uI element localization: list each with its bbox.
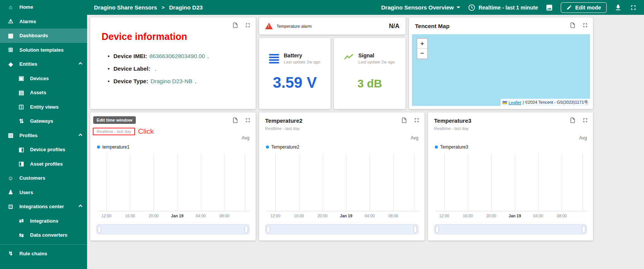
expand-widget-icon[interactable]: [413, 117, 420, 123]
x-tick: 08:00: [388, 214, 398, 218]
sidebar-item-device-profiles[interactable]: ◧ Device profiles: [0, 142, 87, 157]
chart-legend[interactable]: Temperature2: [266, 144, 299, 150]
alarms-icon: ⚠: [7, 18, 14, 25]
range-handle-left[interactable]: [267, 226, 270, 233]
chart-timewindow-label[interactable]: Realtime - last day: [97, 129, 131, 134]
dashboard-state-selector[interactable]: Dragino Sensors Overview: [381, 4, 460, 11]
breadcrumb-parent[interactable]: Dragino Share Sensors: [94, 4, 157, 11]
expand-widget-icon[interactable]: [582, 22, 588, 28]
sidebar-item-home[interactable]: ⌂ Home: [0, 0, 87, 14]
chart-timewindow-label[interactable]: Realtime - last day: [265, 126, 300, 131]
chart-timewindow-label[interactable]: Realtime - last day: [434, 126, 469, 131]
sidebar-item-label: Device profiles: [30, 147, 65, 152]
device-information-title: Device information: [102, 31, 256, 42]
sidebar-item-integrations[interactable]: ⇄ Integrations: [0, 214, 87, 228]
sidebar-item-label: Entity views: [30, 104, 59, 110]
entities-icon: ◆: [7, 61, 14, 68]
chevron-up-icon: [79, 133, 83, 137]
dashboard-state-label: Dragino Sensors Overview: [381, 4, 454, 11]
chart-plot[interactable]: [436, 153, 588, 211]
legend-label: Temperature2: [271, 144, 299, 150]
time-range-slider[interactable]: [434, 224, 587, 234]
device-type-label: Device Type:: [113, 78, 148, 84]
zoom-in-button[interactable]: +: [417, 39, 427, 49]
chart-plot[interactable]: [98, 153, 250, 211]
gridline: [154, 153, 154, 211]
export-widget-icon[interactable]: [569, 117, 576, 123]
export-widget-icon[interactable]: [569, 22, 576, 28]
device-information-list: • Device IMEI: 863663062803490.00 . • De…: [108, 53, 256, 84]
sidebar-item-assets[interactable]: ▤ Assets: [0, 85, 87, 100]
aggregation-label: Avg: [242, 135, 250, 141]
fullscreen-icon[interactable]: [630, 4, 637, 11]
x-tick: 04:00: [196, 214, 206, 218]
device-imei-label: Device IMEI:: [113, 53, 147, 59]
row-suffix: .: [195, 78, 196, 84]
sidebar-item-dashboards[interactable]: ▦ Dashboards: [0, 28, 87, 43]
home-icon: ⌂: [7, 4, 14, 10]
range-handle-right[interactable]: [582, 226, 585, 233]
range-handle-right[interactable]: [413, 226, 417, 233]
x-axis-ticks: 12:00 16:00 20:00 Jan 19 04:00 08:00: [98, 214, 250, 220]
export-widget-icon[interactable]: [401, 117, 407, 123]
sidebar-item-data-converters[interactable]: ⇆ Data converters: [0, 228, 87, 242]
gridline: [393, 153, 394, 211]
data-converters-icon: ⇆: [17, 232, 25, 239]
sidebar-item-gateways[interactable]: ⇅ Gateways: [0, 114, 87, 128]
sidebar-item-alarms[interactable]: ⚠ Alarms: [0, 14, 87, 29]
sidebar-item-label: Integrations: [30, 218, 58, 224]
sidebar-item-label: Assets: [30, 90, 46, 95]
aggregation-label: Avg: [411, 135, 418, 141]
sidebar-item-customers[interactable]: ☺ Customers: [0, 171, 87, 185]
legend-dot-icon: [266, 146, 269, 149]
edit-mode-button[interactable]: Edit mode: [561, 2, 607, 13]
breadcrumb: Dragino Share Sensors > Dragino D23: [94, 4, 203, 11]
export-widget-icon[interactable]: [232, 22, 239, 28]
gridline: [299, 153, 299, 211]
sidebar-item-rule-chains[interactable]: ↯ Rule chains: [0, 247, 87, 261]
bullet-icon: •: [108, 53, 110, 59]
leaflet-link[interactable]: Leaflet: [509, 100, 521, 105]
sidebar-item-devices[interactable]: ▣ Devices: [0, 71, 87, 86]
signal-value: 3 dB: [334, 77, 405, 90]
x-tick: 20:00: [486, 214, 496, 218]
sidebar-item-solution-templates[interactable]: ⊞ Solution templates: [0, 43, 87, 57]
temperature-alarm-widget[interactable]: Temperature alarm N/A: [259, 17, 405, 35]
sidebar-item-label: Dashboards: [19, 33, 48, 38]
gridline: [346, 153, 347, 211]
timewindow-button[interactable]: Realtime - last 1 minute: [468, 4, 538, 11]
chart-legend[interactable]: temperature1: [97, 144, 129, 150]
expand-widget-icon[interactable]: [582, 117, 588, 123]
chevron-up-icon: [79, 205, 83, 209]
clock-icon: [468, 4, 475, 11]
range-handle-left[interactable]: [436, 226, 439, 233]
time-range-slider[interactable]: [96, 224, 250, 234]
sidebar-item-entities[interactable]: ◆ Entities: [0, 57, 87, 71]
export-widget-icon[interactable]: [232, 117, 239, 123]
gridline: [562, 153, 562, 211]
timewindow-label: Realtime - last 1 minute: [479, 5, 538, 11]
x-axis-ticks: 12:00 16:00 20:00 Jan 19 04:00 08:00: [436, 214, 588, 220]
expand-widget-icon[interactable]: [245, 117, 251, 123]
chart-legend[interactable]: Temperature3: [435, 144, 468, 150]
device-imei-value: 863663062803490.00: [149, 53, 205, 59]
download-icon[interactable]: [614, 4, 622, 11]
time-range-slider[interactable]: [265, 224, 418, 234]
sidebar-item-integrations-center[interactable]: ⊡ Integrations center: [0, 199, 87, 214]
map-canvas[interactable]: + − Leaflet | ©2024 Tencent - GS(2023)11…: [412, 34, 590, 106]
range-handle-left[interactable]: [98, 226, 101, 233]
sidebar-item-asset-profiles[interactable]: ◨ Asset profiles: [0, 157, 87, 171]
range-handle-right[interactable]: [245, 226, 248, 233]
chart-plot[interactable]: [267, 153, 419, 211]
device-imei-row: • Device IMEI: 863663062803490.00 .: [108, 53, 256, 59]
sidebar-item-users[interactable]: ♟ Users: [0, 185, 87, 200]
image-export-icon[interactable]: [545, 4, 553, 11]
device-label-label: Device Label:: [113, 65, 150, 72]
sidebar-item-profiles[interactable]: ▧ Profiles: [0, 128, 87, 143]
zoom-out-button[interactable]: −: [417, 49, 427, 59]
device-information-widget: Device information • Device IMEI: 863663…: [90, 17, 256, 109]
sidebar-item-entity-views[interactable]: ◫ Entity views: [0, 100, 87, 114]
gridline: [224, 153, 225, 211]
expand-widget-icon[interactable]: [245, 22, 251, 28]
timewindow-highlight-box[interactable]: Realtime - last day: [93, 128, 135, 135]
